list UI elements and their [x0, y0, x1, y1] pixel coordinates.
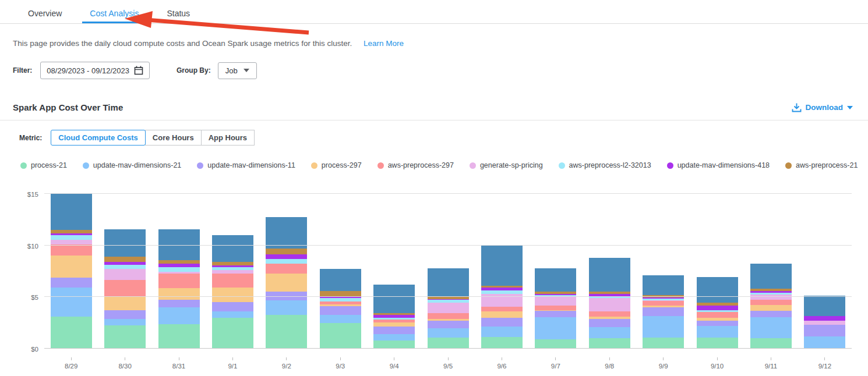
bar-segment[interactable]: [535, 297, 576, 306]
bar-segment[interactable]: [589, 338, 630, 349]
metric-option-core-hours[interactable]: Core Hours: [145, 130, 202, 146]
bar-segment[interactable]: [643, 316, 684, 337]
bar-segment[interactable]: [320, 306, 361, 315]
bar-segment[interactable]: [481, 307, 523, 311]
bar-segment[interactable]: [535, 317, 576, 339]
bar-segment[interactable]: [51, 235, 92, 240]
bar-segment[interactable]: [104, 319, 146, 325]
bar-segment[interactable]: [212, 318, 253, 349]
bar-segment[interactable]: [589, 298, 630, 311]
bar-segment[interactable]: [697, 338, 738, 349]
bar-segment[interactable]: [51, 288, 92, 317]
bar-segment[interactable]: [51, 256, 92, 277]
bar-segment[interactable]: [804, 296, 845, 316]
bar-segment[interactable]: [51, 278, 92, 288]
bar-segment[interactable]: [643, 338, 684, 349]
bar-segment[interactable]: [212, 311, 253, 318]
legend-item[interactable]: update-mav-dimensions-11: [197, 161, 295, 169]
tab-overview[interactable]: Overview: [20, 5, 69, 23]
bar-segment[interactable]: [158, 300, 200, 307]
bar-segment[interactable]: [104, 269, 146, 281]
legend-item[interactable]: aws-preprocess-l2-32013: [559, 161, 651, 169]
bar-segment[interactable]: [104, 310, 146, 319]
bar-segment[interactable]: [158, 274, 200, 288]
bar-segment[interactable]: [428, 328, 469, 337]
bar-segment[interactable]: [804, 316, 845, 321]
date-range-picker[interactable]: 08/29/2023 - 09/12/2023: [40, 62, 150, 79]
bar-segment[interactable]: [266, 249, 307, 254]
bar-segment[interactable]: [266, 274, 307, 291]
bar-segment[interactable]: [481, 337, 523, 349]
bar-segment[interactable]: [750, 295, 792, 300]
bar-segment[interactable]: [750, 264, 792, 289]
bar-segment[interactable]: [266, 264, 307, 274]
bar-segment[interactable]: [697, 277, 738, 303]
bar-segment[interactable]: [804, 336, 845, 349]
group-by-select[interactable]: Job: [218, 62, 257, 79]
bar-segment[interactable]: [212, 235, 253, 262]
bar-segment[interactable]: [266, 259, 307, 264]
bar-segment[interactable]: [51, 244, 92, 256]
download-button[interactable]: Download: [792, 102, 853, 112]
bar-segment[interactable]: [750, 305, 792, 311]
bar-segment[interactable]: [643, 301, 684, 305]
legend-item[interactable]: process-297: [311, 161, 362, 169]
legend-item[interactable]: update-mav-dimensions-21: [83, 161, 181, 169]
learn-more-link[interactable]: Learn More: [364, 39, 404, 48]
bar-segment[interactable]: [697, 312, 738, 318]
bar-segment[interactable]: [428, 338, 469, 349]
bar-segment[interactable]: [481, 327, 523, 337]
bar-segment[interactable]: [643, 307, 684, 316]
bar-segment[interactable]: [428, 268, 469, 297]
bar-segment[interactable]: [104, 325, 146, 349]
bar-segment[interactable]: [535, 311, 576, 317]
bar-segment[interactable]: [158, 307, 200, 324]
bar-segment[interactable]: [428, 313, 469, 319]
bar-segment[interactable]: [51, 193, 92, 230]
bar-segment[interactable]: [158, 324, 200, 349]
bar-segment[interactable]: [697, 321, 738, 326]
bar-segment[interactable]: [589, 327, 630, 339]
legend-item[interactable]: process-21: [20, 161, 67, 169]
tab-status[interactable]: Status: [159, 5, 197, 23]
bar-segment[interactable]: [481, 311, 523, 318]
bar-segment[interactable]: [589, 258, 630, 292]
bar-segment[interactable]: [750, 338, 792, 349]
legend-item[interactable]: aws-preprocess-21: [785, 161, 858, 169]
metric-option-cloud-compute-costs[interactable]: Cloud Compute Costs: [51, 130, 146, 146]
bar-segment[interactable]: [481, 318, 523, 327]
bar-segment[interactable]: [104, 280, 146, 296]
bar-segment[interactable]: [104, 265, 146, 269]
bar-segment[interactable]: [104, 257, 146, 262]
bar-segment[interactable]: [428, 321, 469, 328]
bar-segment[interactable]: [104, 296, 146, 311]
bar-segment[interactable]: [51, 240, 92, 244]
bar-segment[interactable]: [589, 319, 630, 327]
bar-segment[interactable]: [373, 285, 415, 313]
bar-segment[interactable]: [373, 322, 415, 327]
bar-segment[interactable]: [373, 340, 415, 349]
bar-segment[interactable]: [158, 267, 200, 272]
bar-segment[interactable]: [104, 229, 146, 257]
bar-segment[interactable]: [373, 334, 415, 340]
bar-segment[interactable]: [373, 327, 415, 334]
bar-segment[interactable]: [750, 300, 792, 305]
bar-segment[interactable]: [697, 306, 738, 310]
bar-segment[interactable]: [320, 291, 361, 297]
bar-segment[interactable]: [212, 274, 253, 288]
bar-segment[interactable]: [158, 288, 200, 300]
bar-segment[interactable]: [51, 317, 92, 349]
bar-segment[interactable]: [535, 268, 576, 292]
bar-segment[interactable]: [320, 323, 361, 349]
bar-segment[interactable]: [481, 246, 523, 286]
metric-option-app-hours[interactable]: App Hours: [201, 130, 255, 146]
bar-segment[interactable]: [266, 292, 307, 300]
bar-segment[interactable]: [266, 254, 307, 259]
bar-segment[interactable]: [750, 311, 792, 317]
bar-segment[interactable]: [750, 317, 792, 338]
bar-segment[interactable]: [320, 315, 361, 322]
bar-segment[interactable]: [535, 339, 576, 349]
bar-segment[interactable]: [589, 311, 630, 317]
legend-item[interactable]: aws-preprocess-297: [377, 161, 454, 169]
bar-segment[interactable]: [643, 275, 684, 295]
